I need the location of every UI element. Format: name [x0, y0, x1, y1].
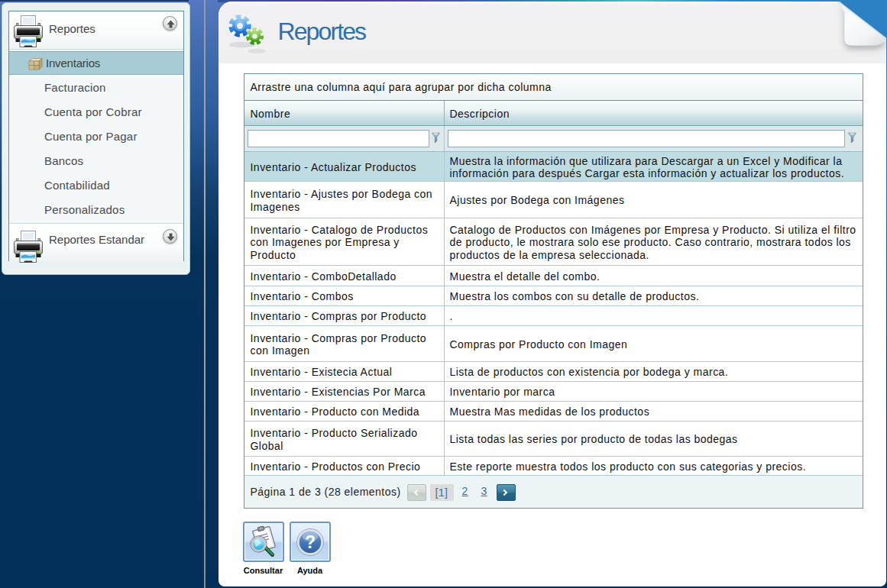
- svg-text:?: ?: [304, 532, 315, 552]
